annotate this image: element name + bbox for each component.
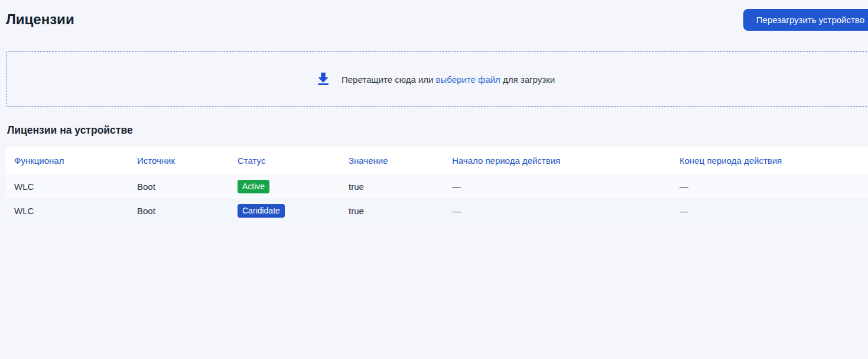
- page-title: Лицензии: [6, 11, 74, 28]
- column-header-validity-start[interactable]: Начало периода действия: [444, 147, 671, 174]
- download-icon: [314, 70, 332, 88]
- cell-status: Candidate: [229, 199, 340, 223]
- licenses-table-container: Функционал Источник Статус Значение Нача…: [6, 147, 868, 223]
- dropzone-text-prefix: Перетащите сюда или: [342, 75, 433, 85]
- dropzone-text-suffix: для загрузки: [503, 75, 555, 85]
- licenses-page: Лицензии Перезагрузить устройство Перета…: [0, 0, 868, 359]
- cell-functional: WLC: [6, 174, 129, 199]
- cell-validity-end: —: [671, 199, 868, 223]
- cell-source: Boot: [129, 199, 229, 223]
- column-header-validity-end[interactable]: Конец периода действия: [671, 147, 868, 174]
- cell-validity-end: —: [671, 174, 868, 199]
- cell-status: Active: [229, 174, 340, 199]
- licenses-table: Функционал Источник Статус Значение Нача…: [6, 147, 868, 223]
- table-row[interactable]: WLC Boot Candidate true — —: [6, 199, 868, 223]
- table-row[interactable]: WLC Boot Active true — —: [6, 174, 868, 199]
- column-header-value[interactable]: Значение: [340, 147, 444, 174]
- status-badge: Candidate: [238, 204, 285, 218]
- cell-value: true: [340, 199, 444, 223]
- reboot-device-button[interactable]: Перезагрузить устройство: [743, 9, 868, 31]
- dropzone-content: Перетащите сюда или выберите файл для за…: [6, 70, 863, 88]
- choose-file-link[interactable]: выберите файл: [436, 75, 500, 85]
- cell-source: Boot: [129, 174, 229, 199]
- column-header-status[interactable]: Статус: [229, 147, 340, 174]
- cell-validity-start: —: [444, 199, 671, 223]
- device-licenses-section-title: Лицензии на устройстве: [7, 124, 133, 137]
- table-header-row: Функционал Источник Статус Значение Нача…: [6, 147, 868, 174]
- column-header-source[interactable]: Источник: [129, 147, 229, 174]
- column-header-functional[interactable]: Функционал: [6, 147, 129, 174]
- cell-value: true: [340, 174, 444, 199]
- file-dropzone[interactable]: Перетащите сюда или выберите файл для за…: [6, 51, 868, 107]
- cell-validity-start: —: [444, 174, 671, 199]
- table-body: WLC Boot Active true — — WLC Boot Candid…: [6, 174, 868, 223]
- status-badge: Active: [238, 180, 269, 193]
- cell-functional: WLC: [6, 199, 129, 223]
- dropzone-text: Перетащите сюда или выберите файл для за…: [342, 75, 555, 85]
